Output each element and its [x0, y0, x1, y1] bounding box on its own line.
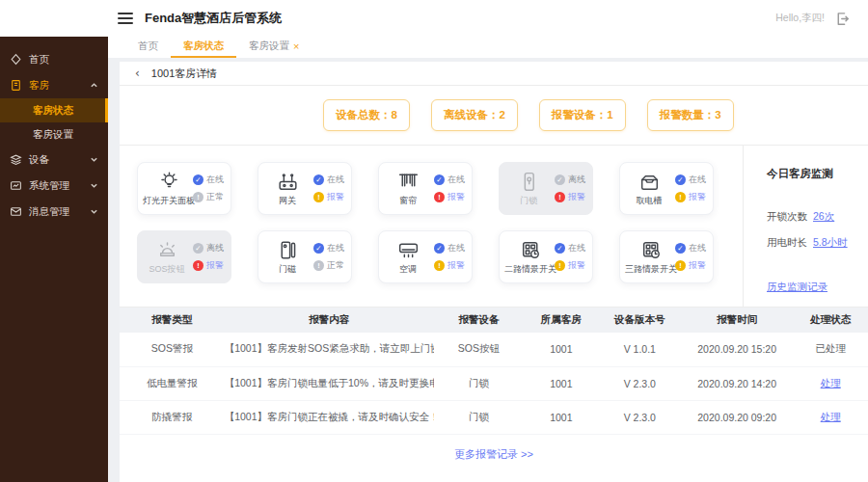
- device-card[interactable]: 窗帘 ✓在线!报警: [378, 162, 473, 215]
- light-panel-icon: [157, 170, 181, 194]
- exclamation-circle-icon: !: [675, 192, 686, 202]
- device-section: 灯光开关面板 ✓在线!正常 网关 ✓在线!报警 窗帘 ✓在线!报警 门锁 ✓离线…: [120, 145, 868, 307]
- device-card[interactable]: 取电槽 ✓在线!报警: [619, 162, 714, 215]
- device-icon: [10, 153, 22, 166]
- device-card[interactable]: 二路情景开关 ✓在线!报警: [499, 230, 593, 283]
- check-circle-icon: ✓: [675, 174, 686, 185]
- close-icon[interactable]: ×: [293, 40, 299, 52]
- alarm-table-body: SOS警报【1001】客房发射SOS紧急求助，请立即上门协助！SOS按钮1001…: [120, 333, 868, 434]
- device-card[interactable]: 空调 ✓在线!报警: [378, 230, 473, 283]
- exclamation-circle-icon: !: [434, 260, 445, 271]
- metric-value-link[interactable]: 5.8小时: [813, 236, 848, 250]
- table-row: 低电量警报【1001】客房门锁电量低于10%，请及时更换电池！门锁1001V 2…: [120, 366, 868, 400]
- device-status-normal: !正常: [313, 259, 344, 272]
- device-status-alarm-yellow: !报警: [313, 191, 344, 203]
- device-label: 窗帘: [399, 195, 417, 207]
- check-circle-icon: ✓: [313, 243, 324, 254]
- check-circle-icon: ✓: [313, 174, 324, 185]
- check-circle-icon: ✓: [434, 174, 445, 185]
- check-circle-icon: ✓: [434, 243, 445, 254]
- device-card[interactable]: 三路情景开关 ✓在线!报警: [619, 230, 714, 283]
- device-status-online: ✓在线: [313, 174, 344, 186]
- alarm-table-section: 报警类型报警内容报警设备所属客房设备版本号报警时间处理状态 SOS警报【1001…: [120, 307, 868, 435]
- exclamation-circle-icon: !: [555, 192, 565, 202]
- sidebar-item-home[interactable]: 首页: [0, 46, 108, 72]
- history-records-link[interactable]: 历史监测记录: [767, 281, 827, 292]
- table-header-cell: 设备版本号: [599, 308, 681, 333]
- table-header-cell: 所属客房: [524, 308, 599, 333]
- device-label: 门锁: [520, 195, 537, 207]
- sidebar-item-devices[interactable]: 设备: [0, 147, 108, 173]
- table-header-cell: 报警类型: [120, 308, 225, 333]
- exclamation-circle-icon: !: [193, 260, 203, 271]
- exclamation-circle-icon: !: [193, 192, 203, 202]
- table-header-row: 报警类型报警内容报警设备所属客房设备版本号报警时间处理状态: [120, 308, 868, 333]
- device-label: 灯光开关面板: [143, 195, 195, 207]
- air-conditioner-icon: [396, 238, 420, 262]
- summary-badge: 报警数量：3: [647, 99, 734, 131]
- user-greeting: Hello,李四!: [775, 12, 825, 25]
- top-bar: Fenda智慧酒店后管系统 Hello,李四!: [0, 0, 868, 37]
- device-card[interactable]: 门磁 ✓在线!正常: [258, 230, 352, 283]
- sidebar-item-system[interactable]: 系统管理: [0, 173, 108, 199]
- device-status-online: ✓在线: [555, 242, 585, 254]
- device-status-normal: !正常: [193, 191, 224, 203]
- sidebar-item-messages[interactable]: 消息管理: [0, 199, 108, 225]
- content-panel: ‹ 1001客房详情 设备总数：8离线设备：2报警设备：1报警数量：3 灯光开关…: [120, 62, 868, 482]
- table-header-cell: 报警时间: [681, 308, 793, 333]
- device-status-online: ✓在线: [434, 174, 465, 186]
- device-card[interactable]: 网关 ✓在线!报警: [258, 162, 352, 215]
- tab-room-status[interactable]: 客房状态: [171, 37, 236, 58]
- tab-home[interactable]: 首页: [125, 37, 171, 58]
- sidebar-item-room-settings[interactable]: 客房设置: [0, 122, 108, 147]
- alarm-table: 报警类型报警内容报警设备所属客房设备版本号报警时间处理状态 SOS警报【1001…: [120, 308, 868, 435]
- handle-alarm-link[interactable]: 处理: [821, 377, 841, 388]
- chevron-up-icon: [90, 81, 98, 90]
- device-status-alarm-yellow: !报警: [555, 259, 585, 272]
- logout-icon[interactable]: [834, 11, 851, 27]
- check-circle-icon: ✓: [555, 174, 565, 185]
- device-card[interactable]: 灯光开关面板 ✓在线!正常: [137, 162, 231, 215]
- summary-badge: 设备总数：8: [323, 99, 410, 131]
- breadcrumb: ‹ 1001客房详情: [120, 62, 868, 86]
- device-status-online: ✓在线: [675, 174, 706, 186]
- device-label: 三路情景开关: [625, 263, 677, 276]
- monitor-metric: 用电时长5.8小时: [767, 236, 860, 250]
- device-label: SOS按钮: [149, 263, 184, 276]
- sos-button-icon: [155, 238, 179, 262]
- exclamation-circle-icon: !: [313, 192, 324, 202]
- exclamation-circle-icon: !: [555, 260, 565, 271]
- exclamation-circle-icon: !: [313, 260, 324, 271]
- summary-badge: 离线设备：2: [431, 99, 518, 131]
- sidebar-item-rooms[interactable]: 客房: [0, 72, 108, 98]
- door-sensor-icon: [276, 238, 300, 262]
- summary-badge: 报警设备：1: [539, 99, 626, 131]
- monitor-metrics: 开锁次数26次用电时长5.8小时: [767, 210, 860, 250]
- handle-alarm-link[interactable]: 处理: [821, 411, 841, 422]
- menu-icon[interactable]: [118, 13, 133, 24]
- check-circle-icon: ✓: [675, 243, 686, 254]
- chevron-down-icon: [90, 207, 98, 216]
- device-status-alarm-red: !报警: [555, 191, 585, 203]
- device-status-alarm-red: !报警: [434, 191, 465, 203]
- exclamation-circle-icon: !: [434, 192, 445, 202]
- tab-room-settings[interactable]: 客房设置 ×: [236, 37, 312, 58]
- metric-value-link[interactable]: 26次: [813, 210, 834, 224]
- device-status-online: ✓在线: [434, 242, 465, 254]
- check-circle-icon: ✓: [555, 243, 565, 254]
- table-header-cell: 报警设备: [434, 308, 524, 333]
- system-icon: [10, 179, 22, 192]
- table-row: 防撬警报【1001】客房门锁正在被撬，请及时确认安全！门锁1001V 2.3.0…: [120, 400, 868, 434]
- device-card[interactable]: SOS按钮 ✓离线!报警: [137, 230, 231, 283]
- device-card[interactable]: 门锁 ✓离线!报警: [499, 162, 593, 215]
- summary-badges: 设备总数：8离线设备：2报警设备：1报警数量：3: [120, 86, 868, 145]
- device-label: 空调: [399, 263, 417, 276]
- device-status-alarm-yellow: !报警: [675, 191, 706, 203]
- device-status-online: ✓在线: [193, 174, 224, 186]
- device-label: 网关: [279, 195, 296, 207]
- sidebar-item-room-status[interactable]: 客房状态: [0, 98, 108, 122]
- scene-switch-icon: [519, 238, 543, 262]
- more-alarm-records-link[interactable]: 更多报警记录 >>: [120, 435, 868, 462]
- back-icon[interactable]: ‹: [135, 67, 140, 80]
- home-icon: [10, 53, 22, 66]
